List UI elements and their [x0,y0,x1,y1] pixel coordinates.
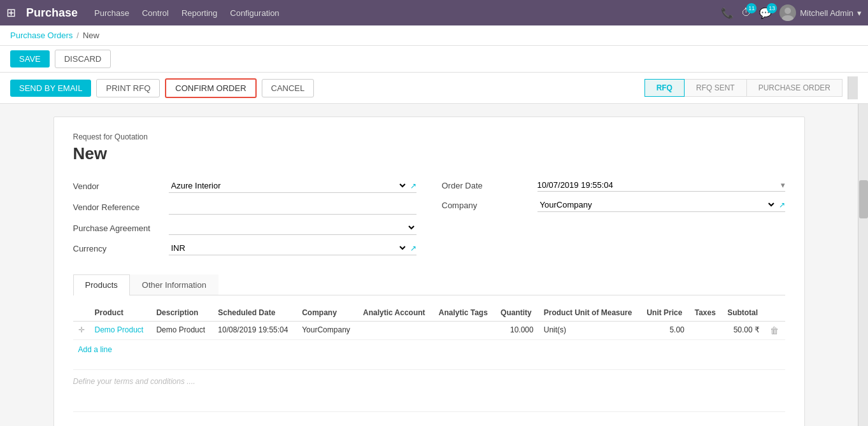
breadcrumb: Purchase Orders / New [0,25,868,46]
scrollbar[interactable] [858,104,868,426]
breadcrumb-current: New [83,31,99,40]
order-date-chevron[interactable]: ▾ [781,180,785,190]
currency-select[interactable]: INR [169,243,408,253]
cell-uom[interactable]: Unit(s) [539,322,642,340]
col-uom: Product Unit of Measure [539,304,642,322]
action-bar: SAVE DISCARD [0,46,868,73]
col-taxes: Taxes [690,304,722,322]
currency-ext-link[interactable]: ↗ [410,244,416,253]
discard-button[interactable]: DISCARD [55,50,111,68]
cell-product[interactable]: Demo Product [90,322,152,340]
cell-analytic-account[interactable] [358,322,434,340]
form-subtitle: Request for Quotation [73,132,785,141]
delete-row-icon[interactable]: 🗑 [770,325,779,336]
avatar [779,4,796,21]
print-rfq-button[interactable]: PRINT RFQ [96,79,160,97]
svg-point-1 [782,15,793,21]
purchase-agreement-label: Purchase Agreement [73,224,162,233]
col-scheduled-date: Scheduled Date [213,304,297,322]
tab-products[interactable]: Products [73,274,130,295]
purchase-agreement-field-group: Purchase Agreement [73,221,416,235]
confirm-order-button[interactable]: CONFIRM ORDER [165,78,256,98]
form-grid: Vendor Azure Interior ↗ Vendor Reference [73,179,785,262]
activity-badge: 11 [746,3,757,13]
nav-item-purchase[interactable]: Purchase [94,8,129,18]
vendor-field-group: Vendor Azure Interior ↗ [73,179,416,193]
vendor-select-wrap: Azure Interior ↗ [169,179,416,193]
form-left-col: Vendor Azure Interior ↗ Vendor Reference [73,179,416,262]
order-table: Product Description Scheduled Date Compa… [73,304,785,340]
phone-icon[interactable]: 📞 [721,7,734,19]
nav-item-control[interactable]: Control [142,8,169,18]
table-row: ✛ Demo Product Demo Product 10/08/2019 1… [73,322,785,340]
cancel-button[interactable]: CANCEL [262,79,315,97]
vendor-ext-link[interactable]: ↗ [410,181,416,190]
company-select[interactable]: YourCompany [537,199,776,210]
order-date-label: Order Date [442,181,531,190]
vendor-select[interactable]: Azure Interior [169,180,408,191]
activity-icon[interactable]: ⏱ 11 [741,7,751,18]
top-navbar: ⊞ Purchase Purchase Control Reporting Co… [0,0,868,25]
scroll-thumb[interactable] [859,180,868,218]
cell-subtotal: 50.00 ₹ [722,322,765,340]
cell-analytic-tags[interactable] [434,322,495,340]
terms-placeholder[interactable]: Define your terms and conditions .... [73,377,196,386]
save-button[interactable]: SAVE [10,50,50,67]
company-label: Company [442,201,531,210]
vendor-ref-input[interactable] [169,199,416,215]
confirm-order-bar: SEND BY EMAIL PRINT RFQ CONFIRM ORDER CA… [0,73,868,104]
nav-item-configuration[interactable]: Configuration [230,8,279,18]
chat-icon[interactable]: 💬 13 [759,7,772,19]
cell-description[interactable]: Demo Product [151,322,213,340]
tabs: Products Other Information [73,274,785,295]
breadcrumb-link[interactable]: Purchase Orders [10,31,73,40]
form-title: New [73,144,785,164]
app-grid-icon[interactable]: ⊞ [6,6,16,20]
svg-point-0 [785,8,791,14]
user-chevron: ▾ [857,8,862,18]
user-name: Mitchell Admin [800,8,853,18]
currency-field-group: Currency INR ↗ [73,241,416,255]
order-date-input[interactable] [537,180,778,190]
purchase-agreement-select[interactable] [169,222,416,233]
cell-quantity[interactable]: 10.000 [495,322,539,340]
breadcrumb-separator: / [76,31,79,40]
form-right-col: Order Date ▾ Company YourCompany [442,179,785,262]
col-company: Company [297,304,358,322]
vendor-ref-field-group: Vendor Reference [73,199,416,215]
cell-scheduled-date[interactable]: 10/08/2019 19:55:04 [213,322,297,340]
terms-area: Define your terms and conditions .... [73,369,785,412]
company-field-group: Company YourCompany ↗ [442,198,785,212]
vendor-label: Vendor [73,181,162,191]
cell-company[interactable]: YourCompany [297,322,358,340]
status-rfq[interactable]: RFQ [644,79,685,97]
col-product: Product [90,304,152,322]
tab-other-information[interactable]: Other Information [130,274,218,295]
drag-handle-icon[interactable]: ✛ [78,325,85,334]
col-analytic-tags: Analytic Tags [434,304,495,322]
send-email-button[interactable]: SEND BY EMAIL [10,80,91,97]
user-menu[interactable]: Mitchell Admin ▾ [779,4,862,21]
col-quantity: Quantity [495,304,539,322]
purchase-agreement-select-wrap [169,221,416,235]
order-date-select-wrap: ▾ [537,179,785,192]
nav-item-reporting[interactable]: Reporting [181,8,217,18]
vendor-ref-label: Vendor Reference [73,202,162,212]
col-unit-price: Unit Price [641,304,689,322]
page-layout: Request for Quotation New Vendor Azure I… [0,104,868,426]
status-purchase-order[interactable]: PURCHASE ORDER [747,79,843,97]
chat-badge: 13 [767,3,777,13]
currency-label: Currency [73,244,162,253]
nav-menu: Purchase Control Reporting Configuration [94,8,280,18]
company-ext-link[interactable]: ↗ [779,201,785,209]
currency-select-wrap: INR ↗ [169,241,416,255]
col-subtotal: Subtotal [722,304,765,322]
status-steps: RFQ RFQ SENT PURCHASE ORDER [644,79,843,97]
status-rfq-sent[interactable]: RFQ SENT [685,79,747,97]
app-title: Purchase [26,6,78,20]
topbar-right: 📞 ⏱ 11 💬 13 Mitchell Admin ▾ [721,4,862,21]
company-select-wrap: YourCompany ↗ [537,198,785,212]
cell-taxes[interactable] [690,322,722,340]
add-line-button[interactable]: Add a line [73,340,117,359]
cell-unit-price[interactable]: 5.00 [641,322,689,340]
